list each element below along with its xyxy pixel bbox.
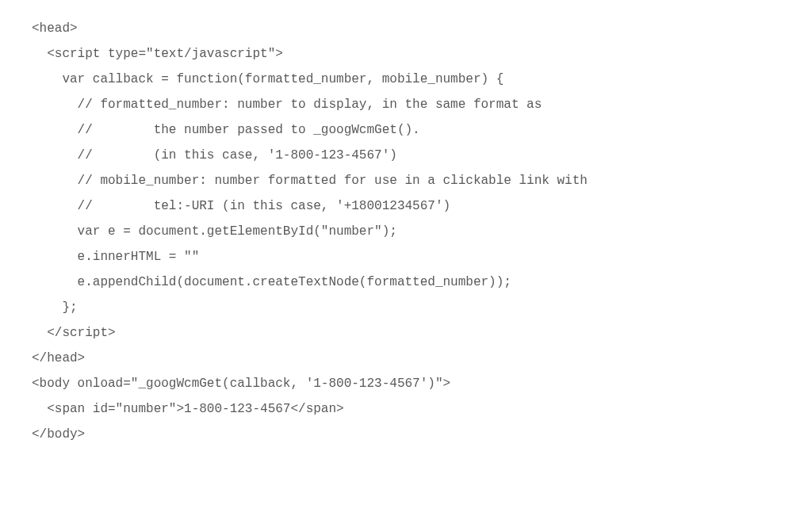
code-line: <script type="text/javascript">: [32, 41, 780, 67]
code-line: <span id="number">1-800-123-4567</span>: [32, 396, 780, 422]
code-line: // mobile_number: number formatted for u…: [32, 168, 780, 193]
code-line: };: [32, 295, 780, 320]
code-line: // tel:-URI (in this case, '+18001234567…: [32, 193, 780, 219]
code-line: <head>: [32, 16, 780, 41]
code-line: <body onload="_googWcmGet(callback, '1-8…: [32, 371, 780, 396]
code-line: e.appendChild(document.createTextNode(fo…: [32, 270, 780, 295]
code-line: // the number passed to _googWcmGet().: [32, 117, 780, 143]
code-line: </body>: [32, 422, 780, 447]
code-line: // formatted_number: number to display, …: [32, 92, 780, 117]
code-line: // (in this case, '1-800-123-4567'): [32, 143, 780, 168]
code-line: var callback = function(formatted_number…: [32, 67, 780, 92]
code-line: var e = document.getElementById("number"…: [32, 219, 780, 244]
code-line: </head>: [32, 346, 780, 371]
code-line: e.innerHTML = "": [32, 244, 780, 270]
code-line: </script>: [32, 320, 780, 346]
code-block: <head> <script type="text/javascript"> v…: [32, 16, 780, 447]
